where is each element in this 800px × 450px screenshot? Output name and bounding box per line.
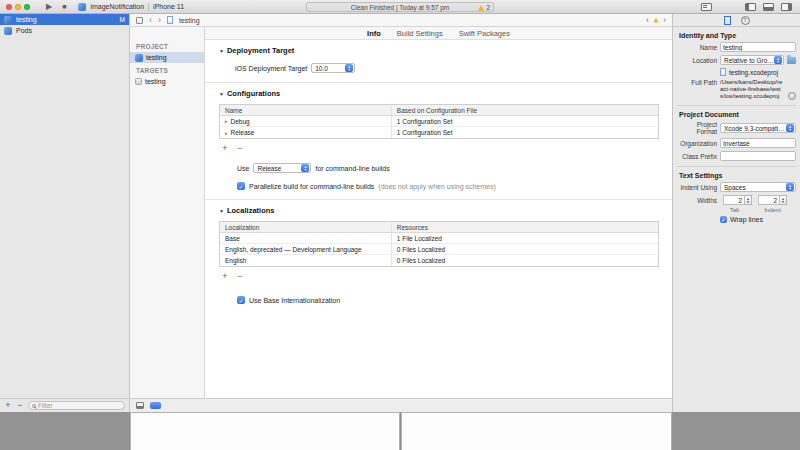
editor-body: PROJECT testing TARGETS testing Info Bui… (130, 27, 672, 398)
navigator-item-testing[interactable]: testing M (0, 14, 129, 25)
class-prefix-field[interactable] (720, 151, 796, 161)
tab-info[interactable]: Info (367, 29, 381, 38)
command-line-configuration-popup[interactable]: Release (253, 163, 311, 173)
remove-configuration-button[interactable]: − (236, 144, 244, 153)
next-issue-button[interactable]: › (663, 14, 666, 26)
related-items-icon[interactable] (136, 17, 143, 24)
editor-area: ‹ › testing ‹ › PROJECT testing TARGETS (130, 14, 672, 412)
table-row-base[interactable]: Base 1 File Localized (220, 233, 658, 244)
column-localization: Localization (220, 222, 391, 232)
stepper-arrows-icon[interactable] (745, 195, 752, 205)
file-inspector-icon[interactable] (724, 16, 731, 25)
indent-using-popup[interactable]: Spaces (720, 182, 796, 192)
wrap-lines-label: Wrap lines (730, 216, 763, 223)
zoom-window-button[interactable] (24, 4, 30, 10)
name-field[interactable] (720, 42, 796, 52)
minimize-window-button[interactable] (15, 4, 21, 10)
table-header: Localization Resources (220, 222, 658, 233)
back-button[interactable]: ‹ (149, 14, 152, 26)
indent-width-stepper[interactable]: 2 (758, 195, 787, 205)
row-disclosure-icon[interactable]: ▸ (225, 130, 228, 136)
section-title: Localizations (227, 206, 275, 215)
source-control-badge: M (120, 16, 125, 23)
folder-icon[interactable] (787, 57, 796, 64)
debug-bar (130, 398, 672, 412)
base-internationalization-checkbox[interactable] (237, 296, 245, 304)
add-item-button[interactable]: + (4, 401, 12, 410)
table-row-english[interactable]: English 0 Files Localized (220, 255, 658, 266)
identity-and-type-header: Identity and Type (677, 32, 796, 42)
parallelize-checkbox[interactable] (237, 182, 245, 190)
tab-width-value: 2 (723, 195, 745, 205)
toggle-navigator-icon[interactable] (745, 3, 756, 11)
file-icon (167, 16, 173, 24)
localization-resources: 0 Files Localized (391, 255, 658, 266)
breakpoints-toggle[interactable] (150, 402, 161, 409)
reveal-in-finder-icon[interactable]: → (788, 92, 796, 100)
use-label: Use (237, 165, 249, 172)
location-popup[interactable]: Relative to Group (720, 55, 784, 65)
issues-badge[interactable]: 2 (478, 4, 490, 11)
previous-issue-button[interactable]: ‹ (646, 14, 649, 26)
wrap-lines-checkbox[interactable] (720, 216, 727, 223)
add-configuration-button[interactable]: + (221, 144, 229, 153)
toggle-inspector-icon[interactable] (781, 3, 792, 11)
remove-item-button[interactable]: − (16, 401, 24, 410)
disclosure-triangle-icon[interactable]: ▼ (219, 91, 224, 97)
toggle-debug-area-icon[interactable] (136, 402, 144, 409)
stepper-arrows-icon[interactable] (780, 195, 787, 205)
popup-arrows-icon (345, 64, 353, 72)
row-disclosure-icon[interactable]: ▸ (225, 118, 228, 124)
scheme-name: imageNotification (90, 3, 144, 10)
add-localization-button[interactable]: + (221, 272, 229, 281)
remove-localization-button[interactable]: − (236, 272, 244, 281)
disclosure-triangle-icon[interactable]: ▼ (219, 48, 224, 54)
xcode-window: ▶ ■ imageNotification iPhone 11 Clean Fi… (0, 0, 800, 412)
jumpbar-file-name[interactable]: testing (179, 17, 200, 24)
quick-help-icon[interactable]: ? (741, 16, 750, 25)
project-item-testing[interactable]: testing (130, 52, 204, 63)
editor-options-icon[interactable] (701, 3, 712, 11)
table-row-english-deprecated[interactable]: English, deprecated — Development Langua… (220, 244, 658, 255)
organization-label: Organization (677, 140, 717, 147)
localization-name: English, deprecated — Development Langua… (225, 246, 362, 253)
localizations-section-header: ▼ Localizations (219, 206, 659, 215)
toolbar: ▶ ■ imageNotification iPhone 11 Clean Fi… (0, 0, 800, 14)
localization-resources: 0 Files Localized (391, 244, 658, 254)
debug-console-pane (401, 412, 672, 450)
configurations-table: Name Based on Configuration File ▸ Debug… (219, 104, 659, 139)
disclosure-triangle-icon[interactable]: ▼ (219, 208, 224, 214)
tab-swift-packages[interactable]: Swift Packages (459, 29, 510, 38)
ios-deployment-target-popup[interactable]: 10.0 (311, 63, 355, 73)
configurations-section-header: ▼ Configurations (219, 89, 659, 98)
use-suffix-label: for command-line builds (315, 165, 389, 172)
project-icon (4, 16, 12, 24)
stop-button[interactable]: ■ (62, 0, 66, 14)
forward-button[interactable]: › (158, 14, 161, 26)
project-format-popup[interactable]: Xcode 9.3-compatible (720, 123, 796, 133)
full-path-row: Full Path /Users/kans/Desktop/react-nati… (677, 79, 796, 100)
ios-deployment-target-label: iOS Deployment Target (235, 65, 307, 72)
table-row-release[interactable]: ▸ Release 1 Configuration Set (220, 127, 658, 138)
scheme-selector[interactable]: imageNotification iPhone 11 (78, 3, 184, 11)
table-row-debug[interactable]: ▸ Debug 1 Configuration Set (220, 116, 658, 127)
tab-build-settings[interactable]: Build Settings (397, 29, 443, 38)
full-path-label: Full Path (677, 79, 717, 86)
column-resources: Resources (391, 222, 658, 232)
tab-width-stepper[interactable]: 2 (723, 195, 752, 205)
run-button[interactable]: ▶ (46, 0, 52, 14)
widths-row: Widths 2 2 (677, 195, 796, 205)
target-item-testing[interactable]: testing (130, 76, 204, 87)
warning-icon[interactable] (653, 17, 658, 22)
issue-navigation: ‹ › (646, 14, 666, 26)
filter-field[interactable]: Filter (28, 401, 125, 410)
toggle-debug-area-icon[interactable] (763, 3, 774, 11)
popup-arrows-icon (774, 56, 782, 64)
project-item-label: testing (146, 54, 167, 61)
close-window-button[interactable] (6, 4, 12, 10)
localizations-add-remove: + − (221, 272, 659, 281)
organization-field[interactable] (720, 138, 796, 148)
class-prefix-row: Class Prefix (677, 151, 796, 161)
warning-count: 2 (486, 4, 490, 11)
navigator-item-pods[interactable]: Pods (0, 25, 129, 36)
